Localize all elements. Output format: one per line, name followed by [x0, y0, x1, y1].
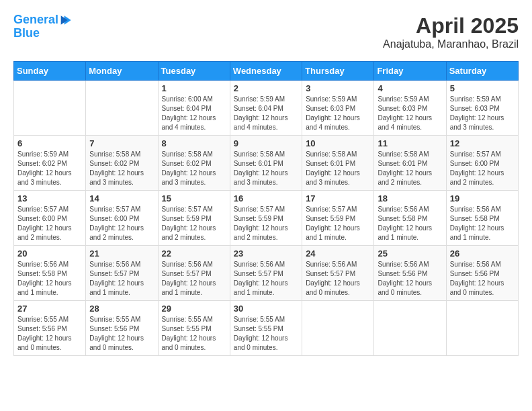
page-title: April 2025 [383, 13, 519, 38]
day-number: 8 [162, 138, 226, 148]
day-number: 1 [162, 83, 226, 93]
calendar-cell: 5Sunrise: 5:59 AM Sunset: 6:03 PM Daylig… [446, 81, 518, 136]
calendar-cell: 22Sunrise: 5:56 AM Sunset: 5:57 PM Dayli… [158, 246, 230, 301]
day-info: Sunrise: 5:56 AM Sunset: 5:58 PM Dayligh… [17, 260, 82, 298]
day-number: 17 [306, 193, 370, 203]
calendar-cell [14, 81, 86, 136]
day-info: Sunrise: 5:59 AM Sunset: 6:03 PM Dayligh… [450, 95, 515, 132]
day-number: 14 [89, 193, 154, 203]
day-info: Sunrise: 5:59 AM Sunset: 6:03 PM Dayligh… [378, 95, 442, 132]
header: General Blue April 2025 Anajatuba, Maran… [13, 13, 519, 50]
day-info: Sunrise: 5:58 AM Sunset: 6:01 PM Dayligh… [306, 150, 370, 187]
calendar-week-row: 1Sunrise: 6:00 AM Sunset: 6:04 PM Daylig… [14, 81, 519, 136]
logo-text: General [13, 13, 58, 27]
calendar-cell: 24Sunrise: 5:56 AM Sunset: 5:57 PM Dayli… [302, 246, 374, 301]
calendar-cell [446, 301, 518, 356]
calendar-cell: 18Sunrise: 5:56 AM Sunset: 5:58 PM Dayli… [374, 191, 446, 246]
day-info: Sunrise: 5:56 AM Sunset: 5:57 PM Dayligh… [162, 260, 226, 298]
day-number: 11 [378, 138, 442, 148]
day-number: 27 [17, 304, 82, 314]
day-info: Sunrise: 5:57 AM Sunset: 6:00 PM Dayligh… [89, 205, 154, 242]
calendar-header-saturday: Saturday [446, 62, 518, 81]
calendar-cell: 13Sunrise: 5:57 AM Sunset: 6:00 PM Dayli… [14, 191, 86, 246]
day-number: 20 [17, 248, 82, 259]
day-number: 21 [89, 248, 154, 259]
day-number: 15 [162, 193, 226, 203]
calendar-cell: 21Sunrise: 5:56 AM Sunset: 5:57 PM Dayli… [86, 246, 158, 301]
calendar-cell: 15Sunrise: 5:57 AM Sunset: 5:59 PM Dayli… [158, 191, 230, 246]
day-info: Sunrise: 5:59 AM Sunset: 6:02 PM Dayligh… [17, 150, 82, 187]
calendar-cell: 7Sunrise: 5:58 AM Sunset: 6:02 PM Daylig… [86, 136, 158, 191]
day-info: Sunrise: 5:56 AM Sunset: 5:56 PM Dayligh… [450, 260, 515, 298]
day-info: Sunrise: 5:58 AM Sunset: 6:02 PM Dayligh… [162, 150, 226, 187]
calendar-cell: 12Sunrise: 5:57 AM Sunset: 6:00 PM Dayli… [446, 136, 518, 191]
day-number: 16 [234, 193, 298, 203]
calendar-cell: 1Sunrise: 6:00 AM Sunset: 6:04 PM Daylig… [158, 81, 230, 136]
calendar-header-friday: Friday [374, 62, 446, 81]
day-info: Sunrise: 5:57 AM Sunset: 5:59 PM Dayligh… [162, 205, 226, 242]
day-info: Sunrise: 5:58 AM Sunset: 6:01 PM Dayligh… [234, 150, 298, 187]
calendar-cell [374, 301, 446, 356]
calendar-cell: 3Sunrise: 5:59 AM Sunset: 6:03 PM Daylig… [302, 81, 374, 136]
calendar-cell: 16Sunrise: 5:57 AM Sunset: 5:59 PM Dayli… [230, 191, 302, 246]
day-number: 18 [378, 193, 442, 203]
calendar-header-row: SundayMondayTuesdayWednesdayThursdayFrid… [14, 62, 519, 81]
day-number: 28 [89, 304, 154, 314]
calendar-cell: 10Sunrise: 5:58 AM Sunset: 6:01 PM Dayli… [302, 136, 374, 191]
calendar-week-row: 27Sunrise: 5:55 AM Sunset: 5:56 PM Dayli… [14, 301, 519, 356]
day-info: Sunrise: 5:58 AM Sunset: 6:02 PM Dayligh… [89, 150, 154, 187]
day-number: 24 [306, 248, 370, 259]
day-info: Sunrise: 5:57 AM Sunset: 6:00 PM Dayligh… [450, 150, 515, 187]
day-info: Sunrise: 5:55 AM Sunset: 5:56 PM Dayligh… [17, 315, 82, 353]
calendar-cell [302, 301, 374, 356]
calendar-week-row: 13Sunrise: 5:57 AM Sunset: 6:00 PM Dayli… [14, 191, 519, 246]
calendar-cell: 6Sunrise: 5:59 AM Sunset: 6:02 PM Daylig… [14, 136, 86, 191]
logo-text2: Blue [13, 27, 73, 40]
logo: General Blue [13, 13, 73, 40]
logo-icon [60, 13, 73, 27]
day-number: 25 [378, 248, 442, 259]
day-number: 19 [450, 193, 515, 203]
calendar-header-monday: Monday [86, 62, 158, 81]
calendar-cell [86, 81, 158, 136]
day-info: Sunrise: 5:59 AM Sunset: 6:03 PM Dayligh… [306, 95, 370, 132]
day-number: 2 [234, 83, 298, 93]
calendar-week-row: 6Sunrise: 5:59 AM Sunset: 6:02 PM Daylig… [14, 136, 519, 191]
day-number: 7 [89, 138, 154, 148]
calendar-cell: 23Sunrise: 5:56 AM Sunset: 5:57 PM Dayli… [230, 246, 302, 301]
page-subtitle: Anajatuba, Maranhao, Brazil [383, 38, 519, 50]
day-info: Sunrise: 5:57 AM Sunset: 6:00 PM Dayligh… [17, 205, 82, 242]
day-info: Sunrise: 5:56 AM Sunset: 5:58 PM Dayligh… [450, 205, 515, 242]
svg-marker-1 [61, 15, 68, 24]
calendar-cell: 26Sunrise: 5:56 AM Sunset: 5:56 PM Dayli… [446, 246, 518, 301]
day-info: Sunrise: 5:55 AM Sunset: 5:55 PM Dayligh… [162, 315, 226, 353]
day-info: Sunrise: 5:55 AM Sunset: 5:55 PM Dayligh… [234, 315, 298, 353]
calendar-week-row: 20Sunrise: 5:56 AM Sunset: 5:58 PM Dayli… [14, 246, 519, 301]
calendar-header-sunday: Sunday [14, 62, 86, 81]
day-info: Sunrise: 5:56 AM Sunset: 5:57 PM Dayligh… [89, 260, 154, 298]
calendar-cell: 4Sunrise: 5:59 AM Sunset: 6:03 PM Daylig… [374, 81, 446, 136]
day-info: Sunrise: 5:59 AM Sunset: 6:04 PM Dayligh… [234, 95, 298, 132]
day-info: Sunrise: 5:56 AM Sunset: 5:57 PM Dayligh… [234, 260, 298, 298]
calendar-cell: 25Sunrise: 5:56 AM Sunset: 5:56 PM Dayli… [374, 246, 446, 301]
calendar-cell: 30Sunrise: 5:55 AM Sunset: 5:55 PM Dayli… [230, 301, 302, 356]
day-info: Sunrise: 5:57 AM Sunset: 5:59 PM Dayligh… [306, 205, 370, 242]
calendar-cell: 11Sunrise: 5:58 AM Sunset: 6:01 PM Dayli… [374, 136, 446, 191]
day-info: Sunrise: 5:56 AM Sunset: 5:58 PM Dayligh… [378, 205, 442, 242]
calendar-cell: 9Sunrise: 5:58 AM Sunset: 6:01 PM Daylig… [230, 136, 302, 191]
day-number: 26 [450, 248, 515, 259]
calendar-table: SundayMondayTuesdayWednesdayThursdayFrid… [13, 61, 519, 356]
calendar-cell: 14Sunrise: 5:57 AM Sunset: 6:00 PM Dayli… [86, 191, 158, 246]
day-number: 5 [450, 83, 515, 93]
day-info: Sunrise: 5:58 AM Sunset: 6:01 PM Dayligh… [378, 150, 442, 187]
day-info: Sunrise: 6:00 AM Sunset: 6:04 PM Dayligh… [162, 95, 226, 132]
day-number: 6 [17, 138, 82, 148]
day-number: 10 [306, 138, 370, 148]
calendar-header-wednesday: Wednesday [230, 62, 302, 81]
calendar-header-tuesday: Tuesday [158, 62, 230, 81]
calendar-cell: 19Sunrise: 5:56 AM Sunset: 5:58 PM Dayli… [446, 191, 518, 246]
day-info: Sunrise: 5:57 AM Sunset: 5:59 PM Dayligh… [234, 205, 298, 242]
day-number: 3 [306, 83, 370, 93]
day-number: 29 [162, 304, 226, 314]
day-number: 12 [450, 138, 515, 148]
